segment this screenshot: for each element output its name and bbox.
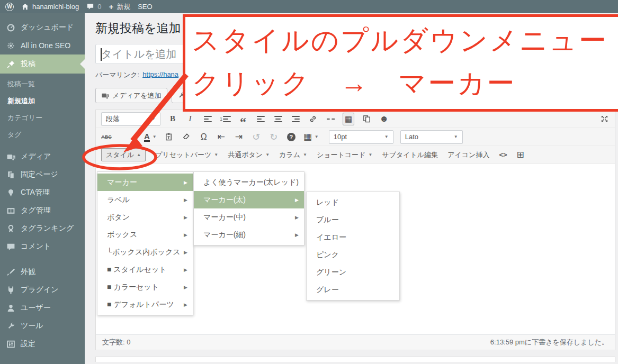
- menu-item-button[interactable]: ボタン▶: [97, 208, 193, 226]
- dashboard-icon: [6, 23, 15, 32]
- icon-insert-button[interactable]: アイコン挿入: [447, 150, 489, 160]
- indent-button[interactable]: ⇥: [234, 131, 244, 143]
- link-button[interactable]: [308, 113, 318, 125]
- pages-icon: [6, 170, 15, 179]
- align-right-button[interactable]: [290, 113, 301, 125]
- read-more-button[interactable]: [325, 113, 336, 125]
- blockquote-button[interactable]: “: [238, 113, 248, 125]
- submenu-arrow-icon: ▶: [184, 180, 187, 185]
- sidebar-item-posts[interactable]: 投稿: [0, 54, 85, 74]
- sidebar-separator: [0, 256, 85, 263]
- home-icon: [21, 3, 29, 11]
- menu-item-label[interactable]: ラベル▶: [97, 191, 193, 208]
- redo-button[interactable]: ↻: [268, 131, 279, 143]
- sidebar-item-media[interactable]: メディア: [0, 148, 85, 166]
- align-left-button[interactable]: [255, 113, 266, 125]
- menu-item-marker-medium[interactable]: マーカー(中)▶: [194, 208, 304, 226]
- sidebar-item-all-in-one-seo[interactable]: All in One SEO: [0, 37, 85, 54]
- menu-item-marker-bold[interactable]: マーカー(太)▶: [194, 191, 304, 208]
- sidebar-item-settings[interactable]: 設定: [0, 335, 85, 353]
- menu-item-green[interactable]: グリーン: [307, 263, 399, 281]
- align-center-button[interactable]: [273, 113, 283, 125]
- bold-button[interactable]: B: [167, 113, 178, 125]
- menu-item-box[interactable]: ボックス▶: [97, 226, 193, 243]
- new-content-link[interactable]: + 新規: [109, 2, 130, 12]
- font-size-select[interactable]: 10pt ▼: [329, 130, 393, 144]
- wrench-icon: [6, 322, 15, 331]
- bullet-list-icon: [204, 116, 212, 122]
- font-family-select[interactable]: Lato ▼: [400, 130, 463, 144]
- person-hat-button[interactable]: ☻: [379, 113, 389, 125]
- submenu-item-tags[interactable]: タグ: [0, 126, 85, 143]
- column-menu-button[interactable]: カラム ▼: [279, 150, 307, 160]
- text-color-button[interactable]: A ▼: [144, 131, 157, 143]
- seo-link[interactable]: SEO: [138, 3, 152, 11]
- numbered-list-button[interactable]: 1: [220, 113, 231, 125]
- menu-item-pink[interactable]: ピンク: [307, 246, 399, 263]
- char-count: 文字数: 0: [102, 338, 130, 347]
- pushpin-icon: [6, 60, 15, 69]
- italic-button[interactable]: I: [185, 113, 195, 125]
- lightbulb-icon: [6, 188, 15, 197]
- menu-item-default-parts[interactable]: ■ デフォルトパーツ▶: [97, 296, 193, 313]
- remove-format-button[interactable]: [181, 131, 192, 143]
- sidebar-item-plugins[interactable]: プラグイン: [0, 281, 85, 299]
- paste-as-text-button[interactable]: [164, 131, 174, 143]
- menu-item-frequent-marker[interactable]: よく使うマーカー(太レッド): [194, 174, 304, 191]
- outdent-button[interactable]: ⇤: [216, 131, 227, 143]
- wordpress-logo-icon[interactable]: W: [5, 3, 14, 11]
- eraser-icon: [182, 133, 190, 141]
- menu-item-blue[interactable]: ブルー: [307, 211, 399, 229]
- menu-item-box-in-box[interactable]: └ボックス内ボックス▶: [97, 243, 193, 261]
- help-button[interactable]: ?: [286, 131, 297, 143]
- submenu-arrow-icon: ▶: [184, 285, 187, 290]
- menu-item-gray[interactable]: グレー: [307, 281, 399, 298]
- chevron-down-icon: ▼: [153, 134, 157, 139]
- sidebar-item-tools[interactable]: ツール: [0, 317, 85, 335]
- add-media-button[interactable]: メディアを追加: [95, 88, 167, 103]
- permalink-link[interactable]: https://hana: [142, 70, 178, 80]
- style-menu-button[interactable]: スタイル ▲: [101, 148, 146, 161]
- bullet-list-button[interactable]: [202, 113, 213, 125]
- submenu-item-categories[interactable]: カテゴリー: [0, 110, 85, 126]
- submenu-arrow-icon: ▶: [295, 197, 299, 203]
- sidebar-item-cta[interactable]: CTA管理: [0, 184, 85, 202]
- table-button[interactable]: ▦ ▼: [303, 131, 319, 143]
- fullscreen-icon: [601, 115, 608, 123]
- paragraph-format-select[interactable]: 段落 ▼: [101, 112, 160, 126]
- fullscreen-button[interactable]: [599, 113, 610, 125]
- submenu-item-add-new[interactable]: 新規追加: [0, 93, 85, 110]
- strikethrough-button[interactable]: ABC: [101, 131, 112, 143]
- common-button-menu[interactable]: 共通ボタン ▼: [228, 150, 270, 160]
- sidebar-item-comments[interactable]: コメント: [0, 238, 85, 256]
- toolbar-toggle-button[interactable]: ▦: [343, 113, 354, 125]
- menu-item-red[interactable]: レッド: [307, 194, 399, 211]
- sidebar-item-tag-ranking[interactable]: タグランキング: [0, 220, 85, 238]
- menu-item-yellow[interactable]: イエロー: [307, 229, 399, 246]
- sidebar-item-appearance[interactable]: 外観: [0, 263, 85, 281]
- editor-status-bar: 文字数: 0 6:13:59 pmに下書きを保存しました。: [96, 334, 615, 350]
- submenu-arrow-icon: ▶: [295, 215, 299, 220]
- menu-item-color-set[interactable]: ■ カラーセット▶: [97, 278, 193, 296]
- submenu-item-post-list[interactable]: 投稿一覧: [0, 76, 85, 93]
- comments-link[interactable]: 0: [86, 3, 101, 11]
- text-caret: [101, 48, 102, 61]
- page-break-button[interactable]: [361, 113, 372, 125]
- sidebar-item-pages[interactable]: 固定ページ: [0, 166, 85, 184]
- sidebar-item-tag-manage[interactable]: タグ管理: [0, 202, 85, 220]
- menu-item-marker[interactable]: マーカー▶: [97, 174, 193, 191]
- menu-item-style-set[interactable]: ■ スタイルセット▶: [97, 261, 193, 278]
- menu-item-marker-thin[interactable]: マーカー(細)▶: [194, 226, 304, 243]
- preset-parts-button[interactable]: プリセットパーツ ▼: [155, 150, 218, 160]
- code-button[interactable]: <>: [499, 151, 507, 159]
- undo-button[interactable]: ↺: [251, 131, 262, 143]
- special-char-button[interactable]: Ω: [199, 131, 209, 143]
- annotation-line-2: クリック → マーカー: [192, 62, 612, 105]
- subtitle-edit-button[interactable]: サブタイトル編集: [382, 150, 438, 160]
- site-name-link[interactable]: hanamichi-blog: [21, 3, 79, 11]
- shortcode-menu-button[interactable]: ショートコード ▼: [317, 150, 372, 160]
- comment-icon: [6, 242, 15, 251]
- sidebar-item-users[interactable]: ユーザー: [0, 299, 85, 317]
- table-grid-button[interactable]: ⊞: [517, 149, 524, 160]
- sidebar-item-dashboard[interactable]: ダッシュボード: [0, 19, 85, 37]
